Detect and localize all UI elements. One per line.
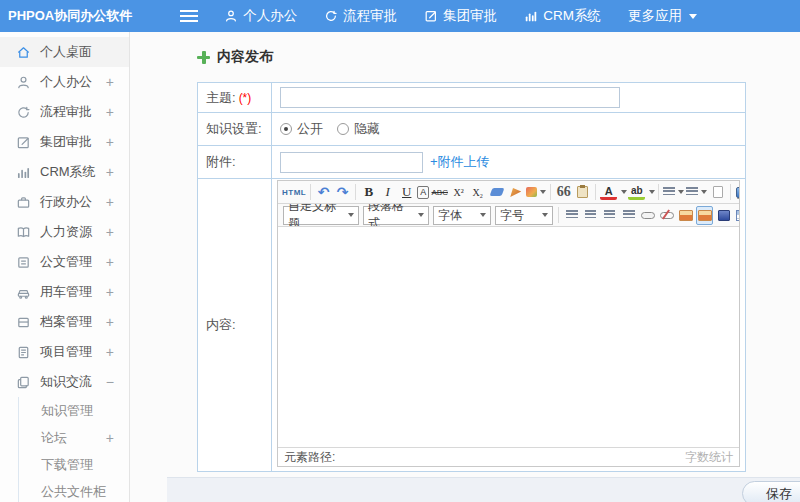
expand-toggle[interactable]: + xyxy=(106,74,114,90)
nav-item-personal-office[interactable]: 个人办公 xyxy=(224,7,297,25)
collapse-toggle[interactable]: − xyxy=(106,374,114,390)
insert-table-button[interactable] xyxy=(734,206,739,225)
insert-link-button[interactable] xyxy=(639,206,656,225)
sidebar-item-process-approval[interactable]: 流程审批 + xyxy=(0,97,129,127)
sidebar-item-desktop[interactable]: 个人桌面 xyxy=(0,37,129,67)
sidebar-item-group-approval[interactable]: 集团审批 + xyxy=(0,127,129,157)
expand-toggle[interactable]: + xyxy=(106,104,114,120)
nav-item-label: 集团审批 xyxy=(443,7,497,25)
car-icon xyxy=(16,285,31,300)
nav-item-group-approval[interactable]: 集团审批 xyxy=(424,7,497,25)
font-color-button[interactable]: A xyxy=(600,185,617,200)
sidebar-item-admin-office[interactable]: 行政办公 + xyxy=(0,187,129,217)
sidebar-subitem-forum[interactable]: 论坛 + xyxy=(19,424,129,451)
attachment-input[interactable] xyxy=(280,152,423,173)
align-justify-button[interactable] xyxy=(620,206,637,225)
clear-format-button[interactable] xyxy=(507,183,524,202)
superscript-button[interactable]: X² xyxy=(450,183,467,202)
sidebar-item-label: 人力资源 xyxy=(40,223,92,241)
nav-item-more-apps[interactable]: 更多应用 xyxy=(628,7,697,25)
subject-row: 主题: (*) xyxy=(198,83,745,113)
new-doc-button[interactable] xyxy=(709,183,726,202)
attachment-label: 附件: xyxy=(198,146,272,178)
app-window: PHPOA协同办公软件 个人办公 流程审批 集团审批 CRM系统 更多应用 xyxy=(0,0,800,502)
format-painter-button[interactable] xyxy=(526,183,546,202)
nav-item-process-approval[interactable]: 流程审批 xyxy=(324,7,397,25)
upload-image-button[interactable] xyxy=(696,206,713,225)
font-size-select[interactable]: 字号 xyxy=(495,206,553,225)
sidebar-item-label: 个人桌面 xyxy=(40,43,92,61)
undo-icon[interactable]: ↶ xyxy=(315,183,332,202)
subscript-button[interactable]: X₂ xyxy=(469,183,486,202)
ordered-list-button[interactable] xyxy=(686,183,707,202)
sidebar-subitem-label: 下载管理 xyxy=(41,456,93,474)
process-icon xyxy=(324,9,338,23)
expand-toggle[interactable]: + xyxy=(106,314,114,330)
expand-toggle[interactable]: + xyxy=(106,430,114,446)
chevron-down-icon xyxy=(418,213,424,217)
sidebar-item-personal-office[interactable]: 个人办公 + xyxy=(0,67,129,97)
nav-item-crm[interactable]: CRM系统 xyxy=(524,7,601,25)
sidebar-item-crm[interactable]: CRM系统 + xyxy=(0,157,129,187)
bg-color-button[interactable]: ab xyxy=(628,185,645,200)
italic-button[interactable]: I xyxy=(379,183,396,202)
paste-icon xyxy=(577,186,588,198)
sidebar-subitem-knowledge-mgmt[interactable]: 知识管理 xyxy=(19,397,129,424)
image-icon xyxy=(679,210,693,221)
align-center-button[interactable] xyxy=(582,206,599,225)
insert-video-button[interactable] xyxy=(715,206,732,225)
expand-toggle[interactable]: + xyxy=(106,134,114,150)
paragraph-format-select[interactable]: 段落格式 xyxy=(363,206,429,225)
toolbar-separator xyxy=(658,184,659,200)
unordered-list-button[interactable] xyxy=(663,183,684,202)
align-right-button[interactable] xyxy=(601,206,618,225)
align-left-button[interactable] xyxy=(563,206,580,225)
expand-toggle[interactable]: + xyxy=(106,344,114,360)
sidebar-subitem-public-file-cabinet[interactable]: 公共文件柜 xyxy=(19,478,129,502)
paste-button[interactable] xyxy=(574,183,591,202)
radio-hidden[interactable] xyxy=(337,123,349,135)
sidebar-subitem-download-mgmt[interactable]: 下载管理 xyxy=(19,451,129,478)
expand-toggle[interactable]: + xyxy=(106,284,114,300)
blockquote-button[interactable]: 66 xyxy=(555,183,572,202)
hamburger-menu-icon[interactable] xyxy=(180,15,198,17)
align-justify-icon xyxy=(623,210,635,220)
sidebar-item-project-mgmt[interactable]: 项目管理 + xyxy=(0,337,129,367)
unlink-icon xyxy=(660,212,674,219)
sidebar-item-knowledge-exchange[interactable]: 知识交流 − xyxy=(0,367,129,397)
chevron-down-icon xyxy=(678,190,684,194)
sidebar-item-archive-mgmt[interactable]: 档案管理 + xyxy=(0,307,129,337)
expand-toggle[interactable]: + xyxy=(106,194,114,210)
remove-link-button[interactable] xyxy=(658,206,675,225)
autotypeset-button[interactable]: A xyxy=(417,186,429,199)
top-navbar: PHPOA协同办公软件 个人办公 流程审批 集团审批 CRM系统 更多应用 xyxy=(0,0,800,32)
bold-button[interactable]: B xyxy=(360,183,377,202)
save-button[interactable]: 保存 xyxy=(742,481,800,502)
expand-toggle[interactable]: + xyxy=(106,164,114,180)
editor-content-area[interactable] xyxy=(278,227,739,447)
expand-toggle[interactable]: + xyxy=(106,224,114,240)
sidebar-item-document-mgmt[interactable]: 公文管理 + xyxy=(0,247,129,277)
underline-button[interactable]: U xyxy=(398,183,415,202)
eraser-button[interactable] xyxy=(488,183,505,202)
font-family-select[interactable]: 字体 xyxy=(433,206,491,225)
html-source-button[interactable]: HTML xyxy=(282,183,306,202)
briefcase-icon xyxy=(16,195,31,210)
sidebar-item-vehicle-mgmt[interactable]: 用车管理 + xyxy=(0,277,129,307)
custom-title-select[interactable]: 自定义标题 xyxy=(283,206,359,225)
chevron-down-icon[interactable] xyxy=(621,190,627,194)
sidebar-item-hr[interactable]: 人力资源 + xyxy=(0,217,129,247)
chevron-down-icon[interactable] xyxy=(649,190,655,194)
expand-toggle[interactable]: + xyxy=(106,254,114,270)
video-icon xyxy=(718,210,730,221)
strikethrough-button[interactable]: ABC xyxy=(431,183,448,202)
insert-image-button[interactable] xyxy=(677,206,694,225)
fullscreen-button[interactable] xyxy=(735,183,739,202)
radio-public[interactable] xyxy=(280,123,292,135)
rich-text-editor: HTML ↶ ↷ B I U A ABC X² X₂ xyxy=(277,180,740,467)
subject-input[interactable] xyxy=(280,87,620,108)
toolbar-separator xyxy=(558,207,559,223)
toolbar-separator xyxy=(550,184,551,200)
redo-icon[interactable]: ↷ xyxy=(334,183,351,202)
attachment-upload-link[interactable]: +附件上传 xyxy=(430,153,490,171)
